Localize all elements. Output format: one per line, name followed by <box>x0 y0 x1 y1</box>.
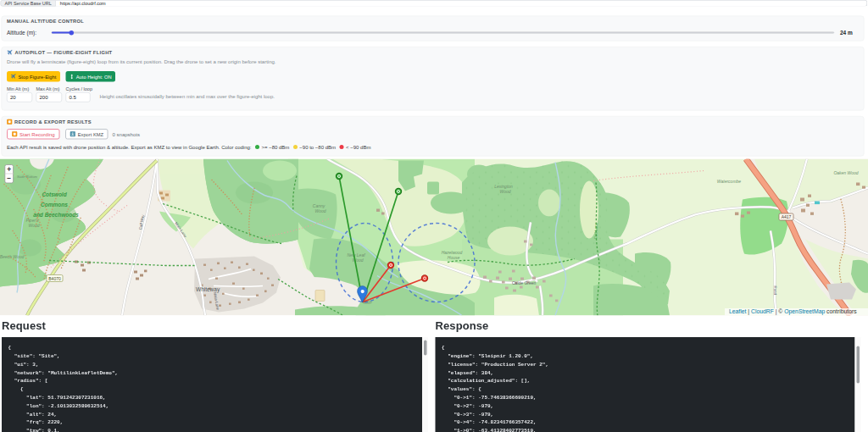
svg-text:Sude Bottom: Sude Bottom <box>17 174 38 179</box>
svg-text:Cotswold: Cotswold <box>42 191 67 197</box>
svg-text:Road: Road <box>773 285 777 295</box>
svg-text:and Beechwoods: and Beechwoods <box>33 212 79 218</box>
svg-text:Watercombe: Watercombe <box>717 179 741 184</box>
svg-text:House: House <box>448 255 460 260</box>
svg-text:Wood: Wood <box>499 189 510 194</box>
svg-text:Wood: Wood <box>28 223 39 228</box>
svg-text:+: + <box>7 165 11 174</box>
svg-text:Calde Green: Calde Green <box>512 280 537 285</box>
svg-text:Oaken Wood: Oaken Wood <box>833 170 858 175</box>
svg-text:Beech Wood: Beech Wood <box>0 254 25 259</box>
svg-text:−: − <box>7 174 11 182</box>
svg-text:A417: A417 <box>782 214 792 219</box>
svg-text:Wood: Wood <box>314 208 326 213</box>
svg-text:Cud Lane: Cud Lane <box>593 222 598 239</box>
svg-text:Commons: Commons <box>41 202 68 208</box>
svg-text:B4070: B4070 <box>48 276 61 281</box>
svg-text:Leaflet | CloudRF | © OpenStre: Leaflet | CloudRF | © OpenStreetMap cont… <box>729 308 857 315</box>
